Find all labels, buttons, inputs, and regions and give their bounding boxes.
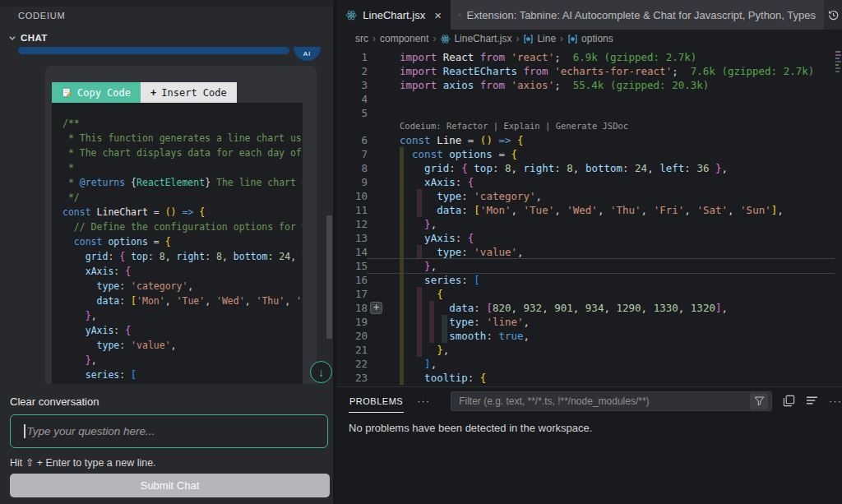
code-line[interactable]: 20 smooth: true, <box>337 329 842 343</box>
code-line[interactable]: 13 yAxis: { <box>337 231 842 245</box>
submit-chat-button[interactable]: Submit Chat <box>10 474 330 497</box>
copy-code-button[interactable]: Copy Code <box>52 82 141 103</box>
code-line[interactable]: 4 <box>337 92 842 106</box>
react-icon <box>345 9 357 21</box>
code-line[interactable]: 22 ], <box>337 357 842 371</box>
code-token: { <box>193 206 205 218</box>
codeium-codelens[interactable]: Codeium: Refactor | Explain | Generate J… <box>337 120 842 133</box>
code-line[interactable]: 23 tooltip: { <box>337 371 842 385</box>
scroll-down-button[interactable]: ↓ <box>310 361 332 383</box>
code-editor[interactable]: 1import React from 'react'; 6.9k (gzippe… <box>337 48 842 386</box>
breadcrumb-item-component[interactable]: component <box>380 33 428 44</box>
funnel-icon <box>754 395 765 406</box>
code-line[interactable]: 9 xAxis: { <box>337 175 842 189</box>
chat-section-header[interactable]: CHAT <box>8 33 48 43</box>
code-token: LineChart <box>91 206 148 218</box>
tab-problems[interactable]: PROBLEMS <box>349 389 404 413</box>
code-line[interactable]: 18+ data: [820, 932, 901, 934, 1290, 133… <box>337 301 842 315</box>
code-token: 8 <box>505 162 511 174</box>
code-line[interactable]: 7 const options = { <box>337 147 842 161</box>
code-token: import <box>400 79 443 91</box>
breadcrumb-item-options[interactable]: options <box>567 33 613 44</box>
code-token: : <box>449 162 461 174</box>
code-token: 'Sat' <box>696 204 728 216</box>
panel-more-actions[interactable]: ··· <box>417 395 430 407</box>
code-line[interactable]: 11 data: ['Mon', 'Tue', 'Wed', 'Thu', 'F… <box>337 203 842 217</box>
code-line[interactable]: 8 grid: { top: 8, right: 8, bottom: 24, … <box>337 161 842 175</box>
code-token: , <box>517 246 524 258</box>
code-line[interactable]: 16 series: [ <box>337 273 842 287</box>
code-line[interactable]: 10 type: 'category', <box>337 189 842 203</box>
code-token: , <box>647 162 659 174</box>
code-token: , <box>511 162 524 174</box>
code-token: from <box>480 51 511 63</box>
code-token: : <box>456 176 468 188</box>
code-line[interactable]: 3import axios from 'axios'; 55.4k (gzipp… <box>337 78 842 92</box>
code-token: } <box>86 354 91 366</box>
code-line[interactable]: 15 }, <box>337 259 842 273</box>
code-token: const <box>62 236 102 247</box>
code-line[interactable]: 2import ReactECharts from 'echarts-for-r… <box>337 64 842 78</box>
chat-code-line: const LineChart = () => { <box>62 205 303 220</box>
symbol-icon <box>523 34 534 44</box>
code-token: le <box>302 251 303 262</box>
code-token: , <box>777 204 784 216</box>
clear-conversation-link[interactable]: Clear conversation <box>10 395 99 408</box>
code-token: , <box>285 295 296 307</box>
gutter-plus-button[interactable]: + <box>370 302 382 314</box>
line-number: 9 <box>337 175 368 189</box>
code-token: , <box>511 204 524 216</box>
code-token: , <box>678 302 691 314</box>
problems-filter-input[interactable]: Filter (e.g. text, **/*.ts, !**/node_mod… <box>451 391 772 411</box>
code-token: ; <box>554 79 561 91</box>
code-token: 'F <box>296 295 303 307</box>
chat-scroll-up-button[interactable]: AI <box>294 47 321 61</box>
view-as-table-icon[interactable] <box>806 395 818 407</box>
code-line[interactable]: 5 <box>337 106 842 120</box>
code-token: options <box>102 236 147 247</box>
code-token: () <box>165 206 177 218</box>
chat-code-block[interactable]: /** * This function generates a line cha… <box>52 103 303 384</box>
code-token: , <box>536 190 543 202</box>
code-token: data <box>437 204 461 216</box>
code-line[interactable]: 21 }, <box>337 343 842 357</box>
line-number: 11 <box>337 203 368 217</box>
react-icon <box>440 34 451 44</box>
code-line[interactable]: 6const Line = () => { <box>337 133 842 147</box>
breadcrumb-item-line[interactable]: Line <box>523 33 556 44</box>
code-line[interactable]: 19 type: 'line', <box>337 315 842 329</box>
file-icon <box>459 9 461 21</box>
code-token: => <box>498 134 511 146</box>
problems-toolbar: ··· <box>783 395 842 407</box>
code-token: ; <box>672 65 678 77</box>
filter-funnel-box[interactable] <box>750 393 768 409</box>
code-token: { <box>461 162 474 174</box>
code-token: 'Tue' <box>177 295 206 307</box>
code-token: : <box>468 372 480 384</box>
code-token: , <box>641 204 654 216</box>
sidebar-scrollbar[interactable] <box>326 215 332 339</box>
breadcrumb-label: src <box>355 33 368 44</box>
code-token: = <box>461 134 480 146</box>
collapse-all-icon[interactable] <box>783 395 795 407</box>
code-line[interactable]: 12 }, <box>337 217 842 231</box>
minimap[interactable] <box>835 49 842 132</box>
history-icon[interactable] <box>827 9 840 21</box>
question-input[interactable]: Type your question here... <box>10 414 328 448</box>
chat-code-line: * <box>62 160 303 175</box>
insert-code-button[interactable]: + Insert Code <box>141 82 237 103</box>
code-token <box>62 251 86 262</box>
code-line[interactable]: 17 { <box>337 287 842 301</box>
problems-more-icon[interactable]: ··· <box>829 395 842 407</box>
tab-extension-tabnine[interactable]: Extension: Tabnine: AI Autocomplete & Ch… <box>450 0 824 30</box>
close-icon[interactable]: × <box>434 8 442 22</box>
code-line[interactable]: 1import React from 'react'; 6.9k (gzippe… <box>337 50 842 64</box>
code-lines: 1import React from 'react'; 6.9k (gzippe… <box>337 50 842 385</box>
code-line[interactable]: 14 type: 'value', <box>337 245 842 259</box>
code-token <box>400 204 437 216</box>
code-token: import <box>400 65 443 77</box>
tab-linechart[interactable]: LineChart.jsx × <box>337 0 450 30</box>
breadcrumb-item-linechart-jsx[interactable]: LineChart.jsx <box>440 33 511 44</box>
code-token: } <box>437 344 443 356</box>
breadcrumb-item-src[interactable]: src <box>355 33 368 44</box>
